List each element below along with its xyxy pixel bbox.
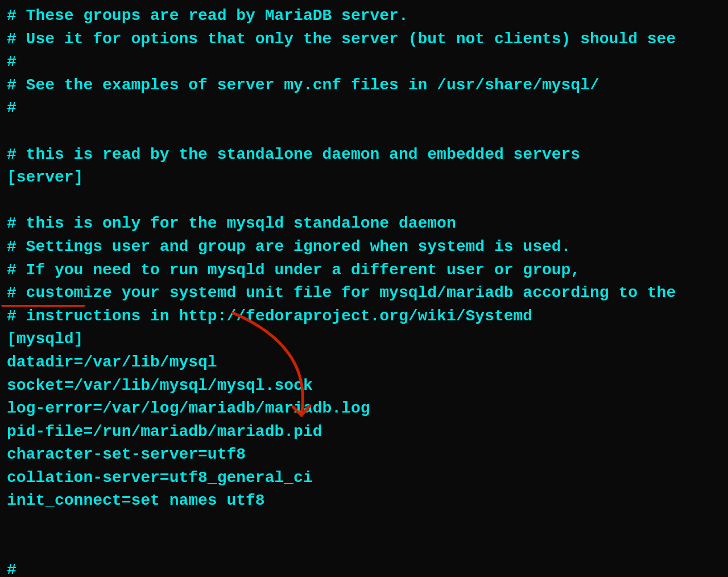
code-line: # See the examples of server my.cnf file…: [7, 74, 721, 97]
code-editor: # These groups are read by MariaDB serve…: [0, 0, 728, 577]
code-line: # Use it for options that only the serve…: [7, 28, 721, 51]
code-content: # These groups are read by MariaDB serve…: [7, 5, 721, 577]
code-line: [7, 513, 721, 536]
code-line: # instructions in http://fedoraproject.o…: [7, 305, 721, 328]
code-line: # this is only for the mysqld standalone…: [7, 212, 721, 236]
code-line: [7, 189, 721, 213]
code-line: log-error=/var/log/mariadb/mariadb.log: [7, 397, 721, 421]
code-line: pid-file=/run/mariadb/mariadb.pid: [7, 421, 721, 444]
code-line: # this is read by the standalone daemon …: [7, 143, 721, 167]
code-line: character-set-server=utf8: [7, 443, 721, 467]
code-line: [7, 120, 721, 143]
code-line: # If you need to run mysqld under a diff…: [7, 259, 721, 282]
code-line: #: [7, 97, 721, 120]
code-line: #: [7, 559, 721, 577]
code-line: datadir=/var/lib/mysql: [7, 351, 721, 374]
code-line: init_connect=set names utf8: [7, 489, 721, 513]
code-line: socket=/var/lib/mysql/mysql.sock: [7, 374, 721, 398]
code-line: [server]: [7, 166, 721, 189]
code-line: # customize your systemd unit file for m…: [7, 282, 721, 305]
code-line: #: [7, 51, 721, 74]
code-line: [7, 536, 721, 559]
code-line: # These groups are read by MariaDB serve…: [7, 5, 721, 28]
code-line: collation-server=utf8_general_ci: [7, 467, 721, 490]
code-line: # Settings user and group are ignored wh…: [7, 236, 721, 259]
code-line: [mysqld]: [7, 328, 721, 351]
